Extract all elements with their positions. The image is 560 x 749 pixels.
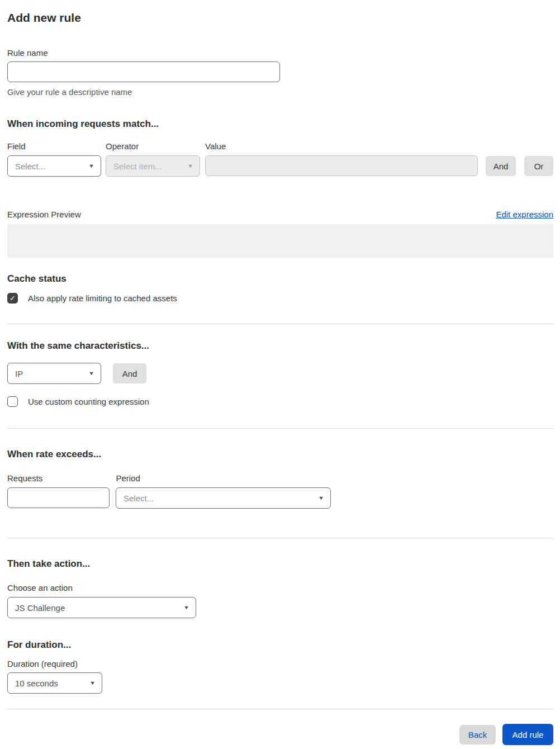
value-input — [205, 155, 478, 176]
page-title: Add new rule — [7, 10, 553, 26]
field-label: Field — [7, 141, 101, 152]
cached-assets-checkbox[interactable]: ✓ — [7, 293, 18, 304]
cache-status-heading: Cache status — [7, 273, 553, 285]
characteristic-select[interactable]: IP ▼ — [7, 363, 101, 384]
section-divider — [7, 428, 553, 429]
check-icon: ✓ — [10, 294, 16, 302]
period-select-value: Select... — [124, 494, 154, 503]
expression-preview-box — [7, 224, 553, 258]
duration-heading: For duration... — [7, 639, 553, 651]
duration-select[interactable]: 10 seconds ▼ — [7, 672, 102, 694]
chevron-down-icon: ▼ — [187, 163, 193, 169]
cached-assets-checkbox-label: Also apply rate limiting to cached asset… — [28, 293, 177, 303]
chevron-down-icon: ▼ — [88, 163, 94, 169]
rule-name-input[interactable] — [7, 61, 280, 82]
rate-heading: When rate exceeds... — [7, 448, 553, 461]
custom-counting-checkbox-label: Use custom counting expression — [28, 397, 149, 406]
requests-input[interactable] — [7, 487, 110, 508]
field-select[interactable]: Select... ▼ — [7, 155, 101, 177]
edit-expression-link[interactable]: Edit expression — [496, 210, 553, 219]
duration-select-value: 10 seconds — [15, 679, 58, 688]
or-button[interactable]: Or — [524, 156, 553, 176]
and-button[interactable]: And — [486, 156, 516, 176]
expression-preview-label: Expression Preview — [7, 209, 81, 220]
add-rule-button[interactable]: Add rule — [502, 724, 553, 745]
characteristic-select-value: IP — [15, 369, 23, 378]
operator-label: Operator — [106, 141, 200, 152]
section-divider — [7, 538, 553, 538]
operator-select-value: Select item... — [113, 162, 162, 171]
characteristic-and-button[interactable]: And — [113, 363, 146, 383]
field-select-value: Select... — [15, 162, 45, 171]
back-button[interactable]: Back — [459, 725, 496, 745]
value-label: Value — [205, 141, 553, 152]
section-divider — [7, 324, 553, 324]
add-rule-form: Add new rule Rule name Give your rule a … — [0, 10, 560, 745]
period-label: Period — [116, 473, 140, 484]
match-section-heading: When incoming requests match... — [7, 118, 553, 130]
operator-select: Select item... ▼ — [106, 155, 200, 177]
chevron-down-icon: ▼ — [318, 495, 324, 501]
footer-divider — [7, 709, 553, 709]
chevron-down-icon: ▼ — [88, 371, 94, 376]
chevron-down-icon: ▼ — [89, 680, 96, 686]
custom-counting-checkbox[interactable] — [7, 396, 18, 407]
action-label: Choose an action — [7, 582, 553, 594]
requests-label: Requests — [7, 473, 42, 484]
rule-name-label: Rule name — [7, 48, 553, 59]
chevron-down-icon: ▼ — [183, 605, 189, 610]
duration-label: Duration (required) — [7, 658, 553, 670]
action-heading: Then take action... — [7, 558, 553, 570]
rule-name-helper: Give your rule a descriptive name — [7, 87, 553, 98]
action-select[interactable]: JS Challenge ▼ — [7, 597, 196, 618]
action-select-value: JS Challenge — [15, 603, 65, 613]
characteristics-heading: With the same characteristics... — [7, 340, 553, 352]
period-select[interactable]: Select... ▼ — [116, 487, 331, 509]
